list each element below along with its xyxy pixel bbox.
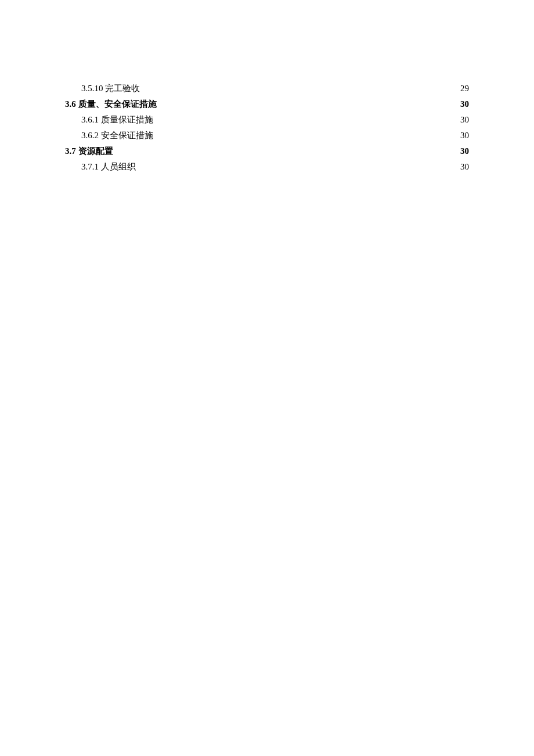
toc-page-number: 30 xyxy=(460,97,469,111)
toc-label: 3.7 资源配置 xyxy=(65,144,113,158)
toc-page-number: 30 xyxy=(460,113,469,127)
toc-page-number: 30 xyxy=(460,160,469,174)
toc-entry[interactable]: 3.7 资源配置 30 xyxy=(65,144,469,158)
toc-entry[interactable]: 3.7.1 人员组织 30 xyxy=(65,160,469,174)
toc-page-number: 30 xyxy=(460,144,469,158)
table-of-contents: 3.5.10 完工验收 29 3.6 质量、安全保证措施 30 3.6.1 质量… xyxy=(65,81,469,174)
toc-entry[interactable]: 3.6 质量、安全保证措施 30 xyxy=(65,97,469,111)
toc-entry[interactable]: 3.6.2 安全保证措施 30 xyxy=(65,128,469,142)
toc-page-number: 29 xyxy=(460,81,469,95)
toc-page-number: 30 xyxy=(460,128,469,142)
toc-label: 3.6 质量、安全保证措施 xyxy=(65,97,157,111)
toc-label: 3.7.1 人员组织 xyxy=(81,160,136,174)
toc-label: 3.6.1 质量保证措施 xyxy=(81,113,153,127)
toc-entry[interactable]: 3.6.1 质量保证措施 30 xyxy=(65,113,469,127)
toc-label: 3.6.2 安全保证措施 xyxy=(81,128,153,142)
toc-entry[interactable]: 3.5.10 完工验收 29 xyxy=(65,81,469,95)
toc-label: 3.5.10 完工验收 xyxy=(81,81,140,95)
